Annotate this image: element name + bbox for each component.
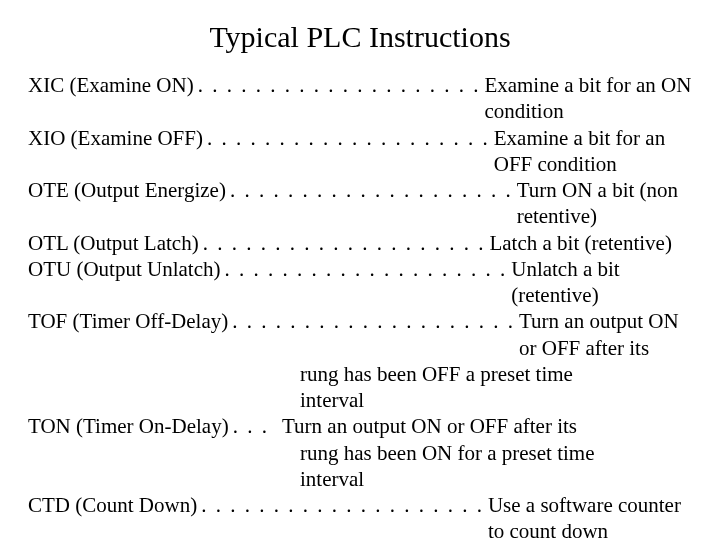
leader-dots xyxy=(199,230,490,256)
instruction-description: Use a software counter to count down xyxy=(488,492,692,540)
leader-dots xyxy=(228,308,519,334)
instruction-term-cell: OTL (Output Latch) xyxy=(28,230,489,256)
instruction-row-continuation: interval xyxy=(28,387,692,413)
instruction-description: Turn an output ON or OFF after its xyxy=(282,413,692,439)
instruction-mnemonic: TON (Timer On-Delay) xyxy=(28,413,229,439)
instruction-description: interval xyxy=(282,466,692,492)
instruction-description: Turn ON a bit (non retentive) xyxy=(517,177,692,230)
instruction-mnemonic: XIO (Examine OFF) xyxy=(28,125,203,151)
instruction-row-continuation: rung has been OFF a preset time xyxy=(28,361,692,387)
instruction-description: Examine a bit for an OFF condition xyxy=(494,125,692,178)
instruction-term-cell: TON (Timer On-Delay) xyxy=(28,413,282,439)
instruction-description: Turn an output ON or OFF after its xyxy=(519,308,692,361)
leader-dots xyxy=(226,177,517,203)
instruction-mnemonic: OTU (Output Unlatch) xyxy=(28,256,220,282)
instruction-description: rung has been OFF a preset time xyxy=(282,361,692,387)
instruction-term-cell: OTE (Output Energize) xyxy=(28,177,517,203)
instruction-description: Unlatch a bit (retentive) xyxy=(511,256,692,309)
instruction-row: XIC (Examine ON)Examine a bit for an ON … xyxy=(28,72,692,125)
instruction-description: rung has been ON for a preset time xyxy=(282,440,692,466)
instruction-row-continuation: interval xyxy=(28,466,692,492)
instruction-description: interval xyxy=(282,387,692,413)
instruction-term-cell: TOF (Timer Off-Delay) xyxy=(28,308,519,334)
instruction-list: XIC (Examine ON)Examine a bit for an ON … xyxy=(28,72,692,540)
instruction-mnemonic: OTL (Output Latch) xyxy=(28,230,199,256)
instruction-mnemonic: OTE (Output Energize) xyxy=(28,177,226,203)
instruction-description: Latch a bit (retentive) xyxy=(489,230,692,256)
instruction-term-cell: XIC (Examine ON) xyxy=(28,72,484,98)
instruction-row: OTU (Output Unlatch)Unlatch a bit (reten… xyxy=(28,256,692,309)
instruction-mnemonic: TOF (Timer Off-Delay) xyxy=(28,308,228,334)
leader-dots xyxy=(194,72,485,98)
instruction-row: OTL (Output Latch)Latch a bit (retentive… xyxy=(28,230,692,256)
instruction-mnemonic: CTD (Count Down) xyxy=(28,492,197,518)
instruction-row-continuation: rung has been ON for a preset time xyxy=(28,440,692,466)
slide: Typical PLC Instructions XIC (Examine ON… xyxy=(0,0,720,540)
instruction-term-cell: OTU (Output Unlatch) xyxy=(28,256,511,282)
instruction-row: TOF (Timer Off-Delay)Turn an output ON o… xyxy=(28,308,692,361)
instruction-row: CTD (Count Down)Use a software counter t… xyxy=(28,492,692,540)
instruction-term-cell: XIO (Examine OFF) xyxy=(28,125,494,151)
instruction-row: XIO (Examine OFF)Examine a bit for an OF… xyxy=(28,125,692,178)
instruction-term-cell: CTD (Count Down) xyxy=(28,492,488,518)
page-title: Typical PLC Instructions xyxy=(28,20,692,54)
leader-dots xyxy=(203,125,494,151)
instruction-mnemonic: XIC (Examine ON) xyxy=(28,72,194,98)
instruction-row: OTE (Output Energize)Turn ON a bit (non … xyxy=(28,177,692,230)
instruction-description: Examine a bit for an ON condition xyxy=(484,72,692,125)
leader-dots xyxy=(197,492,488,518)
leader-dots xyxy=(220,256,511,282)
leader-dots xyxy=(229,413,282,439)
instruction-row: TON (Timer On-Delay)Turn an output ON or… xyxy=(28,413,692,439)
